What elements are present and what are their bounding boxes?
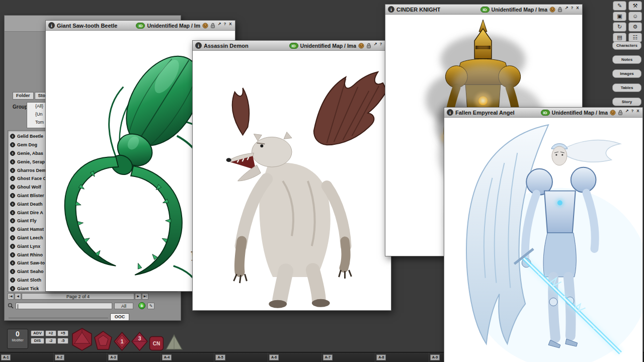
info-icon[interactable]: i [447,109,453,116]
ooc-button[interactable]: OOC [110,313,129,321]
close-icon[interactable]: X [228,22,232,26]
hotbar-slot-label: A-6 [269,354,279,360]
image-content-angel[interactable] [444,118,642,362]
info-icon[interactable]: i [48,22,55,29]
hotbar-slot[interactable]: A-1 [0,352,54,362]
add-button[interactable]: + [138,302,145,309]
plus5-button[interactable]: +5 [57,330,68,336]
info-icon: i [10,168,15,173]
edit-filter-icon[interactable]: ✎ [147,303,154,309]
popout-icon[interactable]: ↗ [565,6,569,10]
list-item-label: Giant Blister [17,193,44,198]
sidebar-button-images[interactable]: Images [612,69,641,78]
popout-icon[interactable]: ↗ [373,42,377,46]
hotbar-slot-label: A-7 [323,354,333,360]
filter-all-dropdown[interactable]: All [114,303,133,309]
list-item-label: Ghoul Wolf [17,185,41,190]
info-icon: i [10,151,15,156]
d4-die[interactable] [165,334,183,351]
sync-icon[interactable]: ↻ [613,22,626,32]
tools-icon[interactable]: ⚒ [628,1,642,11]
info-icon: i [10,235,15,240]
window-icon[interactable]: ▣ [613,12,626,21]
list-item-label: Gelid Beetle [17,134,43,139]
popout-icon[interactable]: ↗ [217,22,221,26]
sidebar-button-notes[interactable]: Notes [612,55,641,64]
info-icon: i [10,142,15,147]
info-icon: i [10,269,15,274]
window-titlebar[interactable]: i Fallen Empyreal Angel ID Unidentified … [444,108,642,118]
lock-icon[interactable] [210,23,215,29]
window-controls: ↗ ? X [565,6,580,10]
hotbar-slot[interactable]: A-4 [161,352,215,362]
minus5-button[interactable]: -5 [57,338,68,344]
tab-folder[interactable]: Folder [13,92,34,100]
hotbar-slot-label: A-3 [108,354,118,360]
sidebar-button-tables[interactable]: Tables [612,83,641,92]
modifier-value: 0 [8,329,28,338]
chat-entry-row: OOC [8,313,153,321]
sidebar-button-story[interactable]: Story [612,98,641,106]
hotbar-slot[interactable]: A-3 [107,352,161,362]
next-page-button[interactable]: ▶ [135,293,141,300]
help-icon[interactable]: ? [570,6,574,10]
window-controls: ↗ ? X [625,109,640,113]
hotbar-slot[interactable]: A-2 [54,352,108,362]
minus2-button[interactable]: -2 [45,338,56,344]
sidebar-button-characters[interactable]: Characters [612,41,641,50]
window-titlebar[interactable]: i Giant Saw-tooth Beetle ID Unidentified… [46,21,235,31]
hotbar-slot-label: A-2 [55,354,64,360]
popout-icon[interactable]: ↗ [625,109,629,113]
d6-die[interactable]: CN [149,335,164,351]
list-item-label: Giant Dire A [17,210,43,215]
info-icon: i [10,159,15,164]
window-titlebar[interactable]: i Assassin Demon ID Unidentified Map / I… [193,41,391,51]
portrait-icon[interactable]: ☺ [628,12,642,21]
close-icon[interactable]: X [576,6,580,10]
adv-button[interactable]: ADV [31,330,44,336]
players-icon [202,23,208,29]
lock-icon[interactable] [557,7,562,13]
hotbar-slot[interactable]: A-8 [375,352,429,362]
image-content-assassin[interactable] [193,51,391,310]
lock-icon[interactable] [618,110,623,116]
hotbar-slot[interactable]: A-5 [214,352,268,362]
list-item-label: Giant Tick [17,286,39,291]
d12-die[interactable] [94,331,113,351]
prev-page-button[interactable]: ◀ [15,293,21,300]
window-title: Giant Saw-tooth Beetle [57,23,117,29]
pagination: |◀ ◀ Page 2 of 4 ▶ ▶| [8,293,148,300]
window-title: Fallen Empyreal Angel [455,110,515,116]
info-icon[interactable]: i [195,42,202,49]
first-page-button[interactable]: |◀ [8,293,14,300]
hotbar-slot[interactable]: A-7 [322,352,376,362]
lock-icon[interactable] [366,43,371,49]
hotbar-slot-label: A-4 [162,354,172,360]
identified-badge: ID [541,110,550,116]
page-indicator: Page 2 of 4 [22,293,134,300]
settings-icon[interactable]: ⚙ [628,22,642,32]
plus2-button[interactable]: +2 [45,330,56,336]
help-icon[interactable]: ? [379,42,383,46]
dis-button[interactable]: DIS [31,338,44,344]
search-input[interactable] [16,303,112,309]
players-icon [358,43,364,49]
d10-die[interactable]: 1 [114,332,130,351]
d8-die[interactable]: 3 [131,332,148,351]
help-icon[interactable]: ? [223,22,227,26]
hotbar-slot[interactable]: A-6 [268,352,322,362]
window-titlebar[interactable]: i CINDER KNIGHT ID Unidentified Map / Im… [385,5,582,15]
info-icon: i [10,260,15,265]
last-page-button[interactable]: ▶| [142,293,148,300]
chat-entry-line[interactable] [9,318,108,318]
close-icon[interactable]: X [636,109,640,113]
modifier-box[interactable]: 0 Modifier [7,329,28,349]
help-icon[interactable]: ? [630,109,634,113]
draw-icon[interactable]: ✎ [613,1,626,11]
d20-die[interactable] [71,328,93,351]
app-root: Folder Stor Group {All}{UnTom iGelid Bee… [0,0,644,362]
info-icon: i [10,193,15,198]
list-item-label: Genie, Serap [17,159,45,164]
window-subtitle: Unidentified Map / Ima [300,43,356,49]
info-icon[interactable]: i [388,6,394,13]
